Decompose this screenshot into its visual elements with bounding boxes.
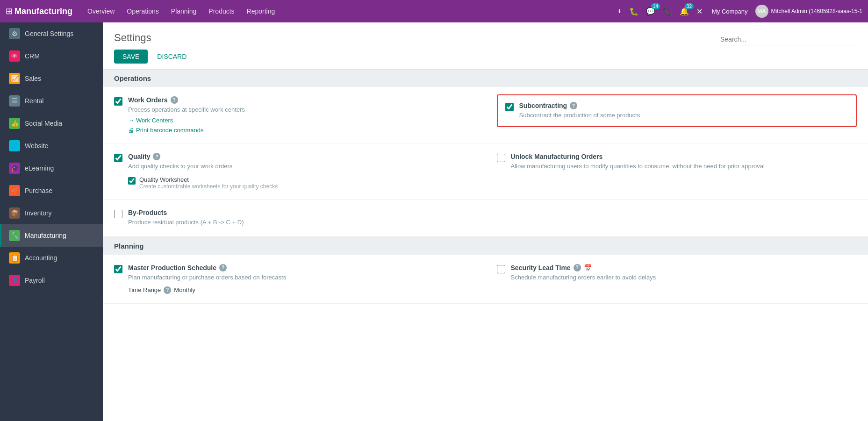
nav-products[interactable]: Products [203,5,240,18]
quality-worksheet-checkbox[interactable] [128,177,136,185]
sidebar-item-purchase[interactable]: 🛒 Purchase [0,179,103,202]
brand-label: Manufacturing [14,7,72,16]
subcontracting-content: Subcontracting ? Subcontract the product… [519,102,849,120]
time-range-help[interactable]: ? [164,286,171,294]
crm-icon: 👁 [9,50,20,62]
quality-desc: Add quality checks to your work orders [128,162,474,171]
by-products-checkbox[interactable] [114,210,122,218]
social-icon: 👍 [9,118,20,129]
nav-actions: + 🐛 💬 14 📞 🔔 32 ✕ My Company MA Mitchell… [616,5,862,18]
work-orders-checkbox[interactable] [114,97,122,106]
notifications-button[interactable]: 🔔 32 [678,5,691,18]
work-centers-link[interactable]: → Work Centers [128,117,474,124]
sidebar-item-elearning[interactable]: 🎓 eLearning [0,157,103,179]
operations-row-3: By-Products Produce residual products (A… [103,200,868,236]
security-lead-time-checkbox[interactable] [497,265,505,273]
close-button[interactable]: ✕ [695,5,704,18]
planning-title: Planning [114,242,143,250]
manufacturing-icon: 🔧 [9,230,20,241]
master-production-help[interactable]: ? [219,264,227,271]
sidebar-item-accounting[interactable]: 📋 Accounting [0,247,103,269]
operations-row-2: Quality ? Add quality checks to your wor… [103,143,868,200]
time-range-label: Time Range [128,286,161,293]
sidebar-item-crm[interactable]: 👁 CRM [0,45,103,67]
nav-overview[interactable]: Overview [82,5,120,18]
user-menu[interactable]: MA Mitchell Admin (14605928-saas-15-1 [755,5,862,18]
security-lead-time-help[interactable]: ? [574,264,581,271]
navbar-brand: Manufacturing [14,7,72,16]
unlock-manufacturing-cell: Unlock Manufacturing Orders Allow manufa… [486,143,868,199]
quality-worksheet-content: Quality Worksheet Create customizable wo… [139,176,278,190]
nav-planning[interactable]: Planning [165,5,202,18]
master-production-desc: Plan manufacturing or purchase orders ba… [128,273,474,282]
work-orders-cell: Work Orders ? Process operations at spec… [103,87,486,143]
sidebar-label-payroll: Payroll [25,277,45,284]
time-range-value: Monthly [174,286,195,293]
inventory-icon: 📦 [9,207,20,219]
nav-reporting[interactable]: Reporting [241,5,281,18]
sidebar-item-manufacturing[interactable]: 🔧 Manufacturing [0,224,103,247]
gear-icon: ⚙ [9,28,20,39]
sidebar-label-website: Website [25,142,48,150]
master-production-title: Master Production Schedule ? [128,264,474,271]
sidebar-item-website[interactable]: 🌐 Website [0,135,103,157]
operations-section-header: Operations [103,69,868,87]
security-lead-time-content: Security Lead Time ? 📅 Schedule manufact… [511,264,857,282]
sidebar-label-accounting: Accounting [25,254,57,262]
phone-button[interactable]: 📞 [661,5,674,18]
nav-links: Overview Operations Planning Products Re… [82,5,614,18]
discard-button[interactable]: DISCARD [151,50,192,64]
quality-content: Quality ? Add quality checks to your wor… [128,153,474,190]
by-products-title: By-Products [128,209,474,216]
work-orders-content: Work Orders ? Process operations at spec… [128,96,474,134]
quality-checkbox[interactable] [114,154,122,162]
master-production-cell: Master Production Schedule ? Plan manufa… [103,255,486,303]
sidebar-item-payroll[interactable]: 👤 Payroll [0,269,103,292]
company-name[interactable]: My Company [712,8,748,15]
page-container: ⚙ General Settings 👁 CRM 📈 Sales ☰ Renta… [0,22,868,421]
unlock-manufacturing-content: Unlock Manufacturing Orders Allow manufa… [511,153,857,171]
sidebar-label-inventory: Inventory [25,209,52,217]
calendar-icon: 📅 [584,264,592,271]
by-products-desc: Produce residual products (A + B -> C + … [128,218,474,227]
security-lead-time-title: Security Lead Time ? 📅 [511,264,857,271]
main-content: Settings SAVE DISCARD Operations Work Or… [103,22,868,421]
save-button[interactable]: SAVE [114,50,148,64]
unlock-manufacturing-desc: Allow manufacturing users to modify quan… [511,162,857,171]
sidebar-item-rental[interactable]: ☰ Rental [0,90,103,112]
quality-title: Quality ? [128,153,474,160]
messages-button[interactable]: 💬 14 [644,5,657,18]
sidebar-item-social-media[interactable]: 👍 Social Media [0,112,103,135]
print-barcode-link[interactable]: 🖨 Print barcode commands [128,127,474,134]
sidebar-item-sales[interactable]: 📈 Sales [0,67,103,90]
sidebar-label-crm: CRM [25,52,40,60]
planning-section-header: Planning [103,237,868,255]
sidebar-label-sales: Sales [25,75,41,82]
navbar: ⊞ Manufacturing Overview Operations Plan… [0,0,868,22]
quality-cell: Quality ? Add quality checks to your wor… [103,143,486,199]
by-products-empty [486,200,868,236]
subcontracting-help[interactable]: ? [570,102,577,109]
bug-icon-button[interactable]: 🐛 [627,5,640,18]
sidebar-label-elearning: eLearning [25,164,54,172]
sales-icon: 📈 [9,73,20,84]
security-lead-time-cell: Security Lead Time ? 📅 Schedule manufact… [486,255,868,303]
master-production-checkbox[interactable] [114,265,122,273]
time-range-row: Time Range ? Monthly [128,286,474,294]
search-input[interactable] [717,34,857,45]
sidebar-item-general-settings[interactable]: ⚙ General Settings [0,22,103,45]
nav-operations[interactable]: Operations [121,5,164,18]
work-orders-help[interactable]: ? [171,96,178,104]
grid-icon[interactable]: ⊞ [6,6,13,16]
user-name: Mitchell Admin (14605928-saas-15-1 [771,8,862,14]
subcontracting-title: Subcontracting ? [519,102,849,109]
subcontracting-desc: Subcontract the production of some produ… [519,111,849,120]
by-products-cell: By-Products Produce residual products (A… [103,200,486,236]
unlock-manufacturing-checkbox[interactable] [497,154,505,162]
quality-help[interactable]: ? [153,153,160,160]
add-button[interactable]: + [616,5,624,17]
quality-worksheet-item: Quality Worksheet Create customizable wo… [128,176,474,190]
subcontracting-checkbox[interactable] [505,103,514,111]
sidebar-label-purchase: Purchase [25,187,52,194]
sidebar-item-inventory[interactable]: 📦 Inventory [0,202,103,224]
